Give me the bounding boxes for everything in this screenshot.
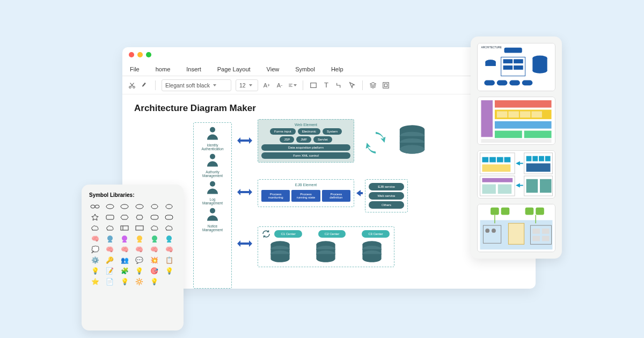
arrow-icon	[237, 188, 252, 196]
icon-symbol[interactable]	[163, 234, 175, 243]
svg-point-1	[133, 86, 135, 88]
icon-symbol[interactable]: 📋	[163, 256, 175, 264]
menu-insert[interactable]: Insert	[186, 66, 201, 72]
text-tool-icon[interactable]: T	[322, 81, 331, 90]
shape-symbol[interactable]	[134, 213, 145, 222]
svg-rect-61	[497, 111, 508, 117]
icon-symbol[interactable]: 💡	[119, 277, 130, 286]
icon-symbol[interactable]: 📄	[104, 277, 116, 286]
shape-symbol[interactable]	[134, 202, 145, 211]
svg-point-22	[91, 205, 95, 208]
menu-view[interactable]: View	[267, 66, 280, 72]
icon-symbol[interactable]	[104, 234, 116, 243]
shape-symbol[interactable]	[89, 213, 101, 222]
role-notice: NoticeManagement	[195, 206, 230, 232]
svg-point-37	[137, 236, 142, 241]
svg-point-52	[532, 68, 547, 74]
database-icon	[360, 240, 384, 263]
role-identity: IdentityAuthentication	[195, 125, 230, 151]
shape-symbol[interactable]	[104, 224, 116, 232]
font-size-select[interactable]: 12	[236, 79, 258, 91]
cut-icon[interactable]	[128, 81, 136, 90]
icon-symbol[interactable]: 🧠	[89, 234, 101, 243]
template-thumbnail[interactable]	[477, 204, 555, 252]
icon-symbol[interactable]: 🧠	[149, 245, 160, 254]
shape-symbol[interactable]	[149, 224, 160, 232]
icon-symbol[interactable]: 👥	[119, 256, 130, 264]
menu-symbol[interactable]: Symbol	[295, 66, 315, 72]
shape-symbol[interactable]	[119, 202, 130, 211]
menu-home[interactable]: home	[156, 66, 171, 72]
align-icon[interactable]	[288, 81, 297, 90]
shape-symbol[interactable]	[119, 213, 130, 222]
shape-symbol[interactable]	[149, 202, 160, 211]
menu-help[interactable]: Help	[331, 66, 343, 72]
icon-symbol[interactable]	[119, 234, 130, 243]
minimize-icon[interactable]	[137, 52, 143, 57]
pointer-tool-icon[interactable]	[348, 81, 356, 90]
menu-page-layout[interactable]: Page Layout	[217, 66, 251, 72]
maximize-icon[interactable]	[146, 52, 151, 57]
shape-symbol[interactable]	[104, 202, 116, 211]
icon-symbol[interactable]: 📝	[104, 267, 116, 275]
svg-point-0	[129, 86, 131, 88]
svg-point-38	[152, 236, 157, 241]
svg-rect-75	[482, 164, 510, 172]
svg-point-8	[210, 208, 215, 214]
svg-rect-54	[497, 80, 508, 85]
icon-symbol[interactable]	[134, 234, 145, 243]
icon-symbol[interactable]: ⭐	[89, 277, 101, 286]
svg-rect-2	[311, 83, 317, 87]
layers-icon[interactable]	[369, 81, 377, 90]
icon-symbol[interactable]: 🧩	[119, 267, 130, 275]
icon-symbol[interactable]: 💭	[89, 245, 101, 254]
svg-rect-34	[136, 226, 143, 230]
svg-rect-102	[532, 236, 540, 241]
shape-symbol[interactable]	[119, 224, 130, 232]
shape-symbol[interactable]	[149, 213, 160, 222]
icon-symbol[interactable]: 🧠	[134, 245, 145, 254]
canvas-title: Architecture Diagram Maker	[134, 103, 524, 114]
template-thumbnail[interactable]	[477, 150, 555, 199]
svg-rect-94	[536, 208, 544, 215]
shape-symbol[interactable]	[163, 213, 175, 222]
icon-symbol[interactable]: 💡	[149, 277, 160, 286]
connector-tool-icon[interactable]	[335, 81, 343, 90]
svg-rect-53	[484, 80, 495, 85]
rectangle-tool-icon[interactable]	[309, 81, 318, 90]
font-decrease-icon[interactable]: A-	[275, 81, 284, 90]
shape-symbol[interactable]	[163, 202, 175, 211]
icon-symbol[interactable]: 🔑	[104, 256, 116, 264]
role-log: LogManagement	[195, 179, 230, 205]
shape-symbol[interactable]	[104, 213, 116, 222]
svg-point-28	[166, 204, 172, 209]
format-painter-icon[interactable]	[141, 81, 149, 90]
template-thumbnail[interactable]	[477, 97, 555, 145]
symbol-libraries-panel[interactable]: Symbol Libraries: 🧠 💭 🧠 🧠 🧠 🧠 🧠 ⚙️ 🔑	[82, 185, 184, 330]
close-icon[interactable]	[129, 52, 134, 57]
icon-symbol[interactable]: 🔆	[134, 277, 145, 286]
shape-symbol[interactable]	[163, 224, 175, 232]
shape-symbol[interactable]	[89, 224, 101, 232]
group-icon[interactable]	[382, 81, 390, 90]
icon-symbol[interactable]: 💡	[89, 267, 101, 275]
icon-symbol[interactable]: 💡	[163, 267, 175, 275]
icon-symbol[interactable]: 🎯	[149, 267, 160, 275]
shape-symbol[interactable]	[134, 224, 145, 232]
icon-symbol[interactable]: 💬	[134, 256, 145, 264]
menu-file[interactable]: File	[130, 66, 140, 72]
icon-symbol[interactable]: 🧠	[163, 245, 175, 254]
icon-symbol[interactable]: 💥	[149, 256, 160, 264]
svg-point-5	[210, 127, 215, 133]
font-increase-icon[interactable]: A+	[262, 81, 271, 90]
svg-rect-77	[482, 178, 513, 182]
shape-symbol[interactable]	[89, 202, 101, 211]
font-select[interactable]: Elegant soft black	[162, 79, 231, 91]
template-thumbnail[interactable]: ARCHITECTURE	[477, 43, 555, 91]
icon-symbol[interactable]: 🧠	[104, 245, 116, 254]
icon-symbol[interactable]	[149, 234, 160, 243]
icon-symbol[interactable]: 💡	[134, 267, 145, 275]
icon-symbol[interactable]: 🧠	[119, 245, 130, 254]
svg-rect-62	[508, 111, 519, 117]
icon-symbol[interactable]: ⚙️	[89, 256, 101, 264]
